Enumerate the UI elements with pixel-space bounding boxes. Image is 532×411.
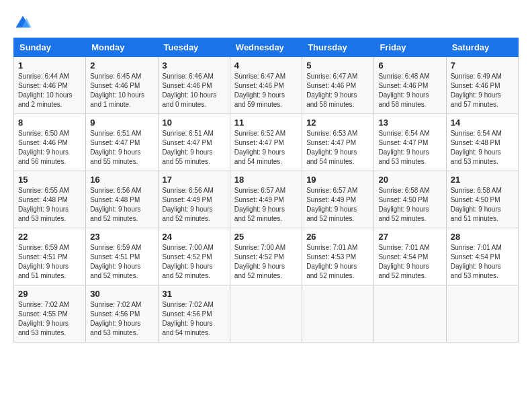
col-header-wednesday: Wednesday — [230, 38, 302, 57]
day-number: 1 — [18, 60, 81, 71]
day-number: 22 — [18, 232, 81, 242]
col-header-tuesday: Tuesday — [158, 38, 230, 57]
day-number: 17 — [163, 175, 226, 185]
day-info: Sunrise: 6:45 AMSunset: 4:46 PMDaylight:… — [90, 72, 153, 109]
day-number: 9 — [90, 118, 153, 128]
day-number: 26 — [306, 232, 369, 242]
calendar-week-row: 29Sunrise: 7:02 AMSunset: 4:55 PMDayligh… — [14, 285, 519, 342]
col-header-saturday: Saturday — [446, 38, 518, 57]
day-number: 20 — [378, 175, 441, 185]
calendar-cell: 29Sunrise: 7:02 AMSunset: 4:55 PMDayligh… — [14, 285, 86, 342]
day-number: 3 — [163, 60, 226, 71]
col-header-thursday: Thursday — [302, 38, 374, 57]
logo-icon — [13, 13, 32, 32]
calendar-cell: 24Sunrise: 7:00 AMSunset: 4:52 PMDayligh… — [158, 228, 230, 285]
day-info: Sunrise: 6:54 AMSunset: 4:47 PMDaylight:… — [378, 129, 441, 167]
day-info: Sunrise: 7:02 AMSunset: 4:56 PMDaylight:… — [163, 300, 226, 338]
calendar-week-row: 22Sunrise: 6:59 AMSunset: 4:51 PMDayligh… — [14, 228, 519, 285]
calendar-cell: 11Sunrise: 6:52 AMSunset: 4:47 PMDayligh… — [230, 114, 302, 171]
calendar-cell — [302, 285, 374, 342]
day-number: 4 — [234, 60, 298, 71]
day-number: 15 — [18, 175, 81, 185]
day-info: Sunrise: 7:00 AMSunset: 4:52 PMDaylight:… — [163, 243, 226, 281]
calendar-cell: 22Sunrise: 6:59 AMSunset: 4:51 PMDayligh… — [14, 228, 86, 285]
day-info: Sunrise: 6:58 AMSunset: 4:50 PMDaylight:… — [451, 186, 514, 224]
calendar-cell: 14Sunrise: 6:54 AMSunset: 4:48 PMDayligh… — [446, 114, 518, 171]
calendar-cell — [374, 285, 446, 342]
calendar-cell: 18Sunrise: 6:57 AMSunset: 4:49 PMDayligh… — [230, 171, 302, 228]
day-number: 28 — [451, 232, 514, 242]
day-info: Sunrise: 6:47 AMSunset: 4:46 PMDaylight:… — [234, 72, 298, 109]
calendar-cell: 6Sunrise: 6:48 AMSunset: 4:46 PMDaylight… — [374, 57, 446, 114]
day-info: Sunrise: 6:57 AMSunset: 4:49 PMDaylight:… — [306, 186, 369, 224]
calendar-cell: 15Sunrise: 6:55 AMSunset: 4:48 PMDayligh… — [14, 171, 86, 228]
calendar-cell: 19Sunrise: 6:57 AMSunset: 4:49 PMDayligh… — [302, 171, 374, 228]
day-number: 18 — [234, 175, 298, 185]
day-number: 10 — [163, 118, 226, 128]
day-info: Sunrise: 6:46 AMSunset: 4:46 PMDaylight:… — [163, 72, 226, 109]
calendar-cell: 3Sunrise: 6:46 AMSunset: 4:46 PMDaylight… — [158, 57, 230, 114]
calendar-cell: 25Sunrise: 7:00 AMSunset: 4:52 PMDayligh… — [230, 228, 302, 285]
calendar-cell: 1Sunrise: 6:44 AMSunset: 4:46 PMDaylight… — [14, 57, 86, 114]
day-info: Sunrise: 6:49 AMSunset: 4:46 PMDaylight:… — [451, 72, 514, 109]
calendar-cell: 13Sunrise: 6:54 AMSunset: 4:47 PMDayligh… — [374, 114, 446, 171]
calendar-cell — [230, 285, 302, 342]
day-number: 24 — [163, 232, 226, 242]
day-number: 8 — [18, 118, 81, 128]
calendar-cell: 2Sunrise: 6:45 AMSunset: 4:46 PMDaylight… — [86, 57, 158, 114]
calendar-week-row: 15Sunrise: 6:55 AMSunset: 4:48 PMDayligh… — [14, 171, 519, 228]
day-info: Sunrise: 6:51 AMSunset: 4:47 PMDaylight:… — [90, 129, 153, 167]
day-number: 19 — [306, 175, 369, 185]
day-number: 14 — [451, 118, 514, 128]
calendar-header-row: SundayMondayTuesdayWednesdayThursdayFrid… — [14, 38, 519, 57]
calendar-cell: 7Sunrise: 6:49 AMSunset: 4:46 PMDaylight… — [446, 57, 518, 114]
col-header-sunday: Sunday — [14, 38, 86, 57]
calendar-cell: 28Sunrise: 7:01 AMSunset: 4:54 PMDayligh… — [446, 228, 518, 285]
day-info: Sunrise: 6:59 AMSunset: 4:51 PMDaylight:… — [90, 243, 153, 281]
day-info: Sunrise: 6:55 AMSunset: 4:48 PMDaylight:… — [18, 186, 81, 224]
calendar-cell: 23Sunrise: 6:59 AMSunset: 4:51 PMDayligh… — [86, 228, 158, 285]
calendar-cell: 16Sunrise: 6:56 AMSunset: 4:48 PMDayligh… — [86, 171, 158, 228]
day-info: Sunrise: 6:59 AMSunset: 4:51 PMDaylight:… — [18, 243, 81, 281]
day-info: Sunrise: 7:02 AMSunset: 4:56 PMDaylight:… — [90, 300, 153, 338]
day-info: Sunrise: 6:50 AMSunset: 4:46 PMDaylight:… — [18, 129, 81, 167]
calendar-week-row: 8Sunrise: 6:50 AMSunset: 4:46 PMDaylight… — [14, 114, 519, 171]
day-number: 16 — [90, 175, 153, 185]
day-number: 27 — [378, 232, 441, 242]
calendar-cell: 31Sunrise: 7:02 AMSunset: 4:56 PMDayligh… — [158, 285, 230, 342]
day-info: Sunrise: 7:00 AMSunset: 4:52 PMDaylight:… — [234, 243, 298, 281]
calendar-cell: 30Sunrise: 7:02 AMSunset: 4:56 PMDayligh… — [86, 285, 158, 342]
day-number: 11 — [234, 118, 298, 128]
day-number: 21 — [451, 175, 514, 185]
day-info: Sunrise: 6:56 AMSunset: 4:48 PMDaylight:… — [90, 186, 153, 224]
col-header-friday: Friday — [374, 38, 446, 57]
calendar-table: SundayMondayTuesdayWednesdayThursdayFrid… — [13, 38, 519, 342]
day-info: Sunrise: 6:51 AMSunset: 4:47 PMDaylight:… — [163, 129, 226, 167]
calendar-cell: 4Sunrise: 6:47 AMSunset: 4:46 PMDaylight… — [230, 57, 302, 114]
day-info: Sunrise: 6:48 AMSunset: 4:46 PMDaylight:… — [378, 72, 441, 109]
day-info: Sunrise: 6:57 AMSunset: 4:49 PMDaylight:… — [234, 186, 298, 224]
day-number: 23 — [90, 232, 153, 242]
calendar-cell: 20Sunrise: 6:58 AMSunset: 4:50 PMDayligh… — [374, 171, 446, 228]
day-number: 29 — [18, 289, 81, 299]
day-info: Sunrise: 7:01 AMSunset: 4:54 PMDaylight:… — [451, 243, 514, 281]
page-header — [13, 13, 519, 32]
calendar-cell: 12Sunrise: 6:53 AMSunset: 4:47 PMDayligh… — [302, 114, 374, 171]
calendar-cell: 5Sunrise: 6:47 AMSunset: 4:46 PMDaylight… — [302, 57, 374, 114]
calendar-cell: 8Sunrise: 6:50 AMSunset: 4:46 PMDaylight… — [14, 114, 86, 171]
day-info: Sunrise: 6:54 AMSunset: 4:48 PMDaylight:… — [451, 129, 514, 167]
day-info: Sunrise: 7:01 AMSunset: 4:53 PMDaylight:… — [306, 243, 369, 281]
day-number: 6 — [378, 60, 441, 71]
calendar-cell: 10Sunrise: 6:51 AMSunset: 4:47 PMDayligh… — [158, 114, 230, 171]
day-number: 13 — [378, 118, 441, 128]
logo — [13, 13, 35, 32]
calendar-cell: 27Sunrise: 7:01 AMSunset: 4:54 PMDayligh… — [374, 228, 446, 285]
day-info: Sunrise: 6:58 AMSunset: 4:50 PMDaylight:… — [378, 186, 441, 224]
calendar-cell — [446, 285, 518, 342]
day-number: 12 — [306, 118, 369, 128]
calendar-week-row: 1Sunrise: 6:44 AMSunset: 4:46 PMDaylight… — [14, 57, 519, 114]
day-number: 7 — [451, 60, 514, 71]
day-number: 2 — [90, 60, 153, 71]
day-info: Sunrise: 6:52 AMSunset: 4:47 PMDaylight:… — [234, 129, 298, 167]
day-info: Sunrise: 6:47 AMSunset: 4:46 PMDaylight:… — [306, 72, 369, 109]
